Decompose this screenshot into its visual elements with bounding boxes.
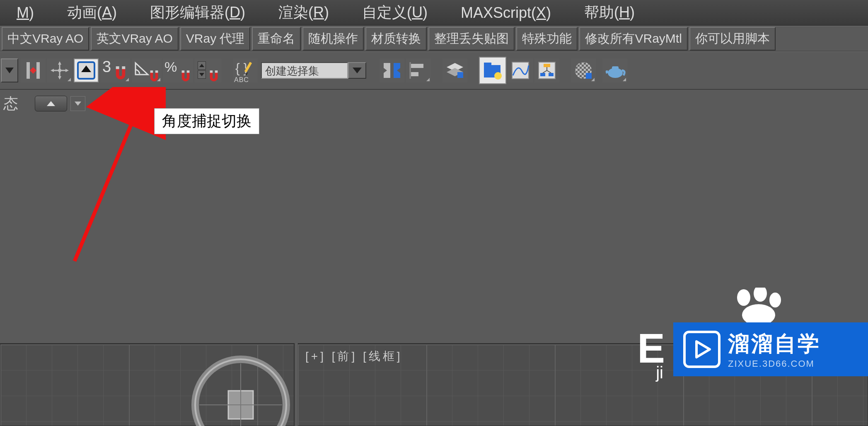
svg-rect-1 bbox=[27, 62, 30, 79]
viewport-left[interactable] bbox=[0, 344, 294, 426]
ribbon-dropdown-button[interactable] bbox=[70, 96, 85, 111]
render-setup-button[interactable] bbox=[602, 58, 627, 82]
teapot-icon bbox=[604, 61, 626, 80]
percent-label: % bbox=[164, 59, 177, 75]
curve-icon bbox=[510, 61, 530, 80]
svg-rect-52 bbox=[612, 66, 619, 70]
script-btn-special[interactable]: 特殊功能 bbox=[516, 27, 578, 51]
watermark-play-icon bbox=[683, 331, 721, 368]
watermark-badge: 溜溜自学 ZIXUE.3D66.COM bbox=[673, 322, 868, 376]
svg-rect-41 bbox=[540, 73, 545, 76]
script-btn-missing-maps[interactable]: 整理丢失贴图 bbox=[428, 27, 515, 51]
chevron-down-icon bbox=[353, 68, 362, 73]
menu-bar: M) 动画(A) 图形编辑器(D) 渲染(R) 自定义(U) MAXScript… bbox=[0, 0, 868, 26]
svg-marker-0 bbox=[5, 68, 14, 73]
chevron-up-icon bbox=[47, 101, 55, 106]
abc-label: ABC bbox=[234, 76, 249, 84]
svg-point-37 bbox=[494, 72, 502, 80]
move-cross-icon bbox=[51, 61, 69, 80]
selection-set-dropdown[interactable]: 创建选择集 bbox=[261, 62, 366, 79]
svg-rect-42 bbox=[549, 73, 554, 76]
svg-marker-26 bbox=[353, 68, 362, 73]
spinner-icon bbox=[198, 61, 206, 79]
selection-set-chevron[interactable] bbox=[348, 62, 366, 79]
script-btn-random[interactable]: 随机操作 bbox=[302, 27, 364, 51]
move-gizmo-button[interactable] bbox=[47, 58, 72, 82]
script-btn-vray-proxy[interactable]: VRay 代理 bbox=[180, 27, 251, 51]
snap-value-label: 3 bbox=[102, 58, 111, 76]
scene-up-icon bbox=[77, 61, 95, 80]
material-editor-button[interactable] bbox=[571, 58, 596, 82]
mirror-button[interactable] bbox=[380, 58, 404, 82]
ribbon-collapse-button[interactable] bbox=[35, 96, 67, 111]
keyframe-mode-button[interactable] bbox=[21, 58, 46, 82]
script-btn-cn-vray-ao[interactable]: 中文VRay AO bbox=[2, 27, 89, 51]
scene-explorer-button[interactable] bbox=[74, 58, 99, 82]
viewcube-gizmo[interactable] bbox=[187, 351, 295, 426]
svg-marker-28 bbox=[394, 63, 400, 78]
schematic-view-button[interactable] bbox=[534, 58, 559, 82]
main-toolbar: 3 % bbox=[0, 51, 868, 90]
menu-item-graph-editor[interactable]: 图形编辑器(D) bbox=[133, 2, 262, 23]
watermark-title: 溜溜自学 bbox=[728, 329, 858, 358]
folder-light-icon bbox=[482, 60, 503, 81]
edit-named-selection-button[interactable]: { } ABC bbox=[233, 58, 258, 82]
menu-item-help[interactable]: 帮助(H) bbox=[568, 2, 651, 23]
svg-rect-50 bbox=[586, 73, 592, 79]
script-btn-en-vray-ao[interactable]: 英文VRay AO bbox=[91, 27, 178, 51]
keyframe-icon bbox=[24, 61, 42, 80]
menu-item-partial[interactable]: M) bbox=[0, 4, 51, 22]
svg-rect-16 bbox=[155, 70, 158, 73]
svg-marker-53 bbox=[47, 101, 55, 106]
svg-point-62 bbox=[737, 289, 750, 306]
selection-set-field[interactable]: 创建选择集 bbox=[261, 62, 348, 79]
svg-rect-40 bbox=[544, 64, 550, 67]
chevron-down-icon bbox=[5, 68, 14, 73]
align-button[interactable] bbox=[406, 58, 431, 82]
menu-item-customize[interactable]: 自定义(U) bbox=[346, 2, 444, 23]
reference-dropdown-button[interactable] bbox=[1, 58, 18, 82]
svg-rect-14 bbox=[122, 66, 125, 69]
schematic-icon bbox=[537, 61, 557, 80]
magnet-icon bbox=[208, 70, 220, 83]
script-btn-use-script[interactable]: 你可以用脚本 bbox=[689, 27, 776, 51]
svg-rect-36 bbox=[484, 63, 491, 67]
script-btn-rename[interactable]: 重命名 bbox=[252, 27, 301, 51]
script-toolbar: 中文VRay AO 英文VRay AO VRay 代理 重命名 随机操作 材质转… bbox=[0, 26, 868, 51]
toggle-scene-explorer-button[interactable] bbox=[479, 57, 506, 84]
viewport-splitter[interactable] bbox=[294, 343, 297, 426]
svg-rect-21 bbox=[210, 70, 213, 73]
script-btn-modify-vraymtl[interactable]: 修改所有VRayMtl bbox=[579, 27, 687, 51]
svg-rect-38 bbox=[512, 62, 529, 79]
svg-marker-27 bbox=[384, 63, 390, 78]
snap-toggle-button[interactable]: 3 bbox=[100, 58, 130, 82]
svg-rect-13 bbox=[116, 66, 119, 69]
angle-snap-toggle-button[interactable] bbox=[132, 58, 162, 82]
menu-item-animation[interactable]: 动画(A) bbox=[51, 2, 133, 23]
ribbon-state-label: 态 bbox=[3, 94, 35, 114]
svg-rect-29 bbox=[411, 64, 423, 68]
svg-point-64 bbox=[769, 293, 781, 307]
svg-point-63 bbox=[754, 288, 767, 302]
svg-rect-15 bbox=[150, 70, 153, 73]
chevron-down-icon bbox=[75, 102, 81, 106]
svg-point-65 bbox=[742, 304, 775, 325]
svg-rect-17 bbox=[182, 70, 185, 73]
svg-rect-2 bbox=[36, 62, 40, 79]
svg-marker-7 bbox=[58, 61, 61, 65]
spinner-snap-button[interactable] bbox=[195, 58, 221, 82]
overlay-ji: ji bbox=[656, 363, 663, 382]
mirror-icon bbox=[382, 61, 402, 80]
viewport-label-front[interactable]: [+] [前] [线框] bbox=[305, 349, 403, 364]
svg-rect-18 bbox=[187, 70, 190, 73]
curve-editor-button[interactable] bbox=[508, 58, 533, 82]
layers-icon bbox=[445, 61, 465, 80]
script-btn-material-convert[interactable]: 材质转换 bbox=[365, 27, 427, 51]
svg-marker-10 bbox=[65, 69, 69, 72]
svg-rect-34 bbox=[457, 72, 463, 78]
menu-item-maxscript[interactable]: MAXScript(X) bbox=[444, 4, 568, 22]
menu-item-render[interactable]: 渲染(R) bbox=[262, 2, 346, 23]
percent-snap-toggle-button[interactable]: % bbox=[163, 58, 193, 82]
svg-point-6 bbox=[58, 69, 61, 72]
layers-button[interactable] bbox=[442, 58, 467, 82]
